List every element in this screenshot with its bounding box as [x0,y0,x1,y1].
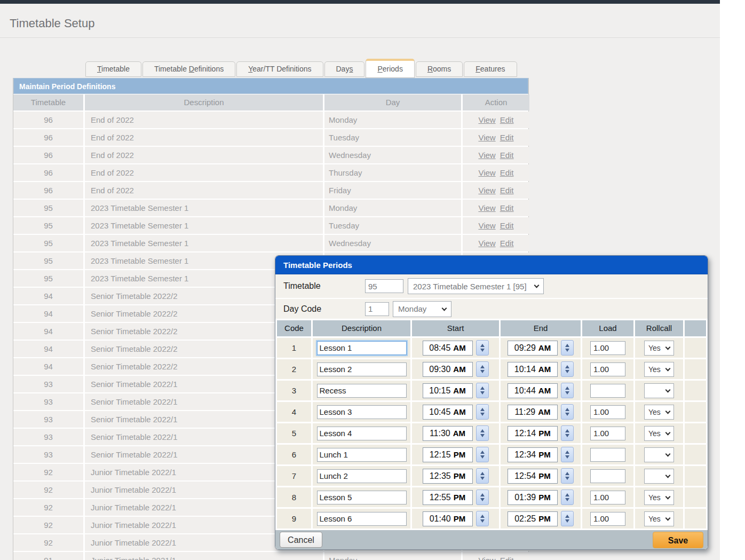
period-description-input[interactable] [317,384,407,398]
end-spinner[interactable] [561,383,574,398]
end-spinner[interactable] [561,340,574,356]
end-time-input[interactable]: 12:54PM [508,469,558,484]
edit-link[interactable]: Edit [500,168,514,177]
period-load-input[interactable] [590,384,625,398]
start-spinner[interactable] [476,361,489,377]
edit-link[interactable]: Edit [500,239,514,248]
view-link[interactable]: View [478,133,495,142]
end-spinner[interactable] [561,425,574,441]
column-header-rollcall: Rollcall [635,320,683,336]
period-blank-cell [685,466,706,486]
tab-timetable[interactable]: Timetable [85,61,141,77]
start-time-value: 01:40 [430,514,451,524]
start-time-input[interactable]: 08:45AM [423,341,473,356]
end-spinner[interactable] [561,404,574,420]
period-description-input[interactable] [317,362,407,376]
rollcall-select[interactable]: Yes [644,511,674,526]
rollcall-select[interactable]: Yes [644,362,674,377]
period-description-input[interactable] [317,427,407,440]
end-time-input[interactable]: 12:34PM [508,447,558,462]
end-time-input[interactable]: 12:14PM [508,426,558,441]
view-link[interactable]: View [478,239,495,248]
start-time-input[interactable]: 12:15PM [423,447,473,462]
edit-link[interactable]: Edit [500,186,514,195]
period-blank-cell [685,338,706,358]
end-spinner[interactable] [561,490,574,505]
timetable-select[interactable]: 2023 Timetable Semester 1 [95] [408,278,544,294]
period-description-input[interactable] [317,469,407,483]
tab-periods[interactable]: Periods [366,59,414,78]
period-load-input[interactable] [590,512,625,526]
period-load-input[interactable] [590,427,625,440]
period-load-input[interactable] [590,405,625,419]
start-spinner[interactable] [476,340,489,356]
timetable-cell: 93 [13,411,83,428]
view-link[interactable]: View [478,556,495,560]
end-spinner[interactable] [561,447,574,462]
view-link[interactable]: View [478,168,495,177]
edit-link[interactable]: Edit [500,556,514,560]
end-spinner[interactable] [561,361,574,377]
edit-link[interactable]: Edit [500,221,514,230]
view-link[interactable]: View [478,115,495,124]
tab-timetable-definitions[interactable]: Timetable Definitions [142,61,235,77]
start-spinner[interactable] [476,447,489,462]
edit-link[interactable]: Edit [500,115,514,124]
period-description-input[interactable] [317,405,407,419]
tab-year-tt-definitions[interactable]: Year/TT Definitions [236,61,323,77]
start-time-input[interactable]: 12:55PM [423,490,473,505]
view-link[interactable]: View [478,186,495,195]
rollcall-select[interactable]: Yes [644,405,674,420]
start-time-input[interactable]: 12:35PM [423,469,473,484]
period-description-input[interactable] [317,341,407,355]
period-load-input[interactable] [590,341,625,355]
cancel-button[interactable]: Cancel [280,532,322,548]
end-spinner[interactable] [561,468,574,484]
view-link[interactable]: View [478,203,495,212]
rollcall-select[interactable]: Yes [644,426,674,441]
start-spinner[interactable] [476,468,489,484]
tab-features[interactable]: Features [464,61,517,77]
end-time-input[interactable]: 10:44AM [508,383,558,398]
rollcall-select[interactable]: Yes [644,490,674,505]
save-button[interactable]: Save [653,532,703,548]
start-time-input[interactable]: 01:40PM [423,511,473,526]
start-time-input[interactable]: 10:45AM [423,405,473,420]
start-spinner[interactable] [476,383,489,398]
tab-days[interactable]: Days [324,61,365,77]
view-link[interactable]: View [478,221,495,230]
end-spinner[interactable] [561,511,574,526]
start-time-input[interactable]: 10:15AM [423,383,473,398]
start-time-input[interactable]: 11:30AM [423,426,473,441]
period-description-input[interactable] [317,448,407,462]
end-time-input[interactable]: 11:29AM [508,405,558,420]
start-spinner[interactable] [476,404,489,420]
start-spinner[interactable] [476,490,489,505]
rollcall-select[interactable] [644,383,674,398]
edit-link[interactable]: Edit [500,203,514,212]
start-spinner[interactable] [476,425,489,441]
end-time-input[interactable]: 10:14AM [508,362,558,377]
period-load-input[interactable] [590,448,625,462]
start-time-input[interactable]: 09:30AM [423,362,473,377]
period-load-input[interactable] [590,362,625,376]
view-link[interactable]: View [478,151,495,160]
rollcall-select[interactable] [644,469,674,484]
edit-link[interactable]: Edit [500,133,514,142]
tab-rooms[interactable]: Rooms [416,61,463,77]
end-time-input[interactable]: 09:29AM [508,341,558,356]
period-description-input[interactable] [317,491,407,504]
timetable-code-input[interactable] [365,279,403,293]
end-time-input[interactable]: 02:25PM [508,511,558,526]
day-select[interactable]: Monday [393,301,451,317]
period-description-input[interactable] [317,512,407,526]
rollcall-select[interactable] [644,447,674,462]
period-load-input[interactable] [590,491,625,504]
chevron-down-icon [665,451,671,456]
end-time-input[interactable]: 01:39PM [508,490,558,505]
start-spinner[interactable] [476,511,489,526]
edit-link[interactable]: Edit [500,151,514,160]
period-load-input[interactable] [590,469,625,483]
rollcall-select[interactable]: Yes [644,341,674,356]
day-code-input[interactable] [365,302,389,316]
